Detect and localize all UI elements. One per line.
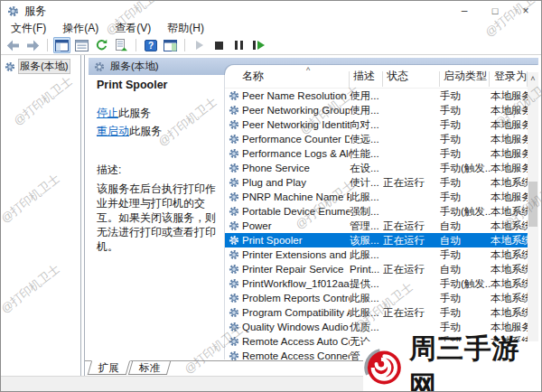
service-name-cell: Remote Access Connecti...	[242, 350, 350, 360]
service-status-cell: 正在运行	[383, 219, 440, 233]
service-name-cell: Program Compatibility A...	[242, 307, 350, 318]
service-desc-cell: 提供...	[350, 277, 383, 291]
description-label: 描述:	[97, 163, 226, 178]
service-gear-icon	[229, 350, 242, 360]
service-desc-cell: Print...	[350, 264, 383, 275]
show-console-tree-button[interactable]	[53, 37, 70, 53]
column-separator[interactable]	[489, 71, 490, 87]
maximize-button[interactable]: □	[480, 1, 510, 21]
console-tree-icon	[55, 40, 69, 51]
service-gear-icon	[229, 220, 242, 231]
service-row[interactable]: Peer Name Resolution Pr... 使用... 手动 本地服务	[225, 89, 528, 103]
scrollbar-thumb[interactable]	[528, 182, 537, 227]
service-name-cell: Peer Name Resolution Pr...	[242, 90, 350, 101]
service-name-cell: PNRP Machine Name Pu...	[242, 191, 350, 202]
service-startup-cell: 自动	[440, 219, 491, 233]
service-desc-cell: 强制...	[350, 205, 383, 219]
service-startup-cell: 自动	[440, 263, 491, 276]
service-logon-cell: 本地服务	[491, 118, 528, 132]
service-row[interactable]: PNRP Machine Name Pu... 此服... 手动 本地服务	[225, 190, 528, 204]
service-name-cell: Problem Reports Control...	[242, 293, 350, 303]
column-header-logon[interactable]: 登录为	[494, 69, 527, 84]
scroll-up-icon[interactable]: ˄	[528, 74, 538, 87]
menu-item-3[interactable]: 帮助(H)	[159, 20, 212, 37]
properties-button[interactable]	[73, 37, 90, 53]
column-header-startup[interactable]: 启动类型	[444, 69, 487, 84]
service-row[interactable]: Phone Service 在设... 手动(触发... 本地服务	[225, 161, 528, 175]
service-row[interactable]: PrintWorkflow_1f012aa9 提供... 手动(触发... 本地…	[225, 276, 528, 291]
service-row[interactable]: Printer Extensions and N... 此服... 手动 本地系…	[225, 247, 528, 262]
service-startup-cell: 自动	[440, 234, 491, 247]
service-name-cell: Printer Extensions and N...	[242, 249, 350, 260]
column-separator[interactable]	[439, 71, 440, 87]
show-action-pane-button[interactable]	[162, 37, 179, 53]
stop-service-link[interactable]: 停止	[97, 107, 118, 119]
service-status-cell: 正在运行	[383, 263, 440, 276]
svg-text:?: ?	[147, 41, 153, 51]
forward-button[interactable]	[24, 37, 42, 53]
service-row[interactable]: Peer Networking Groupi... 使用... 手动 本地服务	[225, 103, 528, 117]
service-logon-cell: 本地系统	[491, 234, 528, 247]
service-row[interactable]: Print Spooler 该服... 正在运行 自动 本地系统	[225, 233, 528, 247]
service-startup-cell: 手动	[440, 292, 491, 305]
service-logon-cell: 本地服务	[491, 147, 528, 161]
service-row[interactable]: Portable Device Enumera... 强制... 手动(触发..…	[225, 204, 528, 219]
column-header-desc[interactable]: 描述	[353, 69, 375, 84]
service-name-cell: Remote Access Auto Con...	[242, 336, 350, 347]
stop-service-button[interactable]	[210, 37, 228, 53]
service-row[interactable]: Peer Networking Identity... 向对... 手动 本地服…	[225, 117, 528, 132]
site-logo-text: 周三手游网	[409, 331, 542, 392]
restart-service-link[interactable]: 重启动	[97, 125, 129, 137]
service-desc-cell: 该服...	[350, 234, 383, 247]
help-button[interactable]: ?	[142, 37, 159, 53]
back-button[interactable]	[5, 37, 22, 53]
gear-icon	[5, 61, 15, 72]
service-row[interactable]: Power 管理... 正在运行 自动 本地系统	[225, 219, 528, 233]
vertical-scrollbar[interactable]: ˄	[528, 72, 538, 360]
service-row[interactable]: Problem Reports Control... 此服... 手动 本地系统	[225, 291, 528, 305]
pause-service-button[interactable]	[230, 37, 248, 53]
service-gear-icon	[229, 163, 242, 173]
service-gear-icon	[229, 105, 242, 116]
menu-item-1[interactable]: 操作(A)	[54, 20, 107, 37]
service-logon-cell: 本地系统	[491, 176, 528, 190]
service-desc-cell: 管理...	[350, 219, 383, 233]
column-header-status[interactable]: 状态	[387, 69, 408, 84]
restart-service-button[interactable]	[250, 37, 267, 53]
service-name-cell: Power	[242, 220, 350, 231]
title-bar: 服务 – □ ×	[1, 1, 541, 21]
start-service-button[interactable]	[191, 37, 208, 53]
service-gear-icon	[229, 322, 242, 332]
service-logon-cell: 本地系统	[491, 277, 528, 291]
menu-item-2[interactable]: 查看(V)	[107, 20, 159, 37]
stop-icon	[215, 42, 223, 50]
services-app-icon	[7, 5, 19, 17]
service-status-cell: 正在运行	[383, 234, 440, 247]
column-header-name[interactable]: 名称	[242, 69, 264, 84]
column-separator[interactable]	[382, 71, 383, 87]
minimize-button[interactable]: –	[449, 1, 480, 21]
selected-service-name: Print Spooler	[97, 79, 226, 91]
service-desc-cell: 在设...	[350, 162, 383, 175]
tree-item-services-local[interactable]: 服务(本地)	[5, 59, 79, 74]
close-button[interactable]: ×	[510, 1, 541, 21]
tab-standard[interactable]: 标准	[128, 361, 171, 375]
service-row[interactable]: Plug and Play 使计... 正在运行 手动 本地系统	[225, 175, 528, 190]
toolbar: ?	[1, 36, 541, 55]
service-startup-cell: 手动(触发...	[440, 205, 491, 219]
refresh-button[interactable]	[93, 37, 110, 53]
service-gear-icon	[229, 249, 242, 260]
service-row[interactable]: Printer Repair Service Print... 正在运行 自动 …	[225, 262, 528, 276]
service-row[interactable]: Program Compatibility A... 此服... 正在运行 手动…	[225, 305, 528, 320]
export-list-button[interactable]	[113, 37, 130, 53]
column-separator[interactable]	[349, 71, 350, 87]
menu-item-0[interactable]: 文件(F)	[3, 20, 54, 37]
service-name-cell: Peer Networking Identity...	[242, 119, 350, 130]
service-startup-cell: 手动	[440, 248, 491, 262]
service-row[interactable]: Performance Counter DL... 使远... 手动 本地服务	[225, 132, 528, 146]
service-row[interactable]: Performance Logs & Aler... 性能... 手动 本地服务	[225, 146, 528, 161]
tab-extended[interactable]: 扩展	[88, 360, 131, 375]
service-logon-cell: 本地服务	[491, 162, 528, 175]
toolbar-separator	[184, 39, 185, 51]
play-icon	[196, 41, 203, 50]
